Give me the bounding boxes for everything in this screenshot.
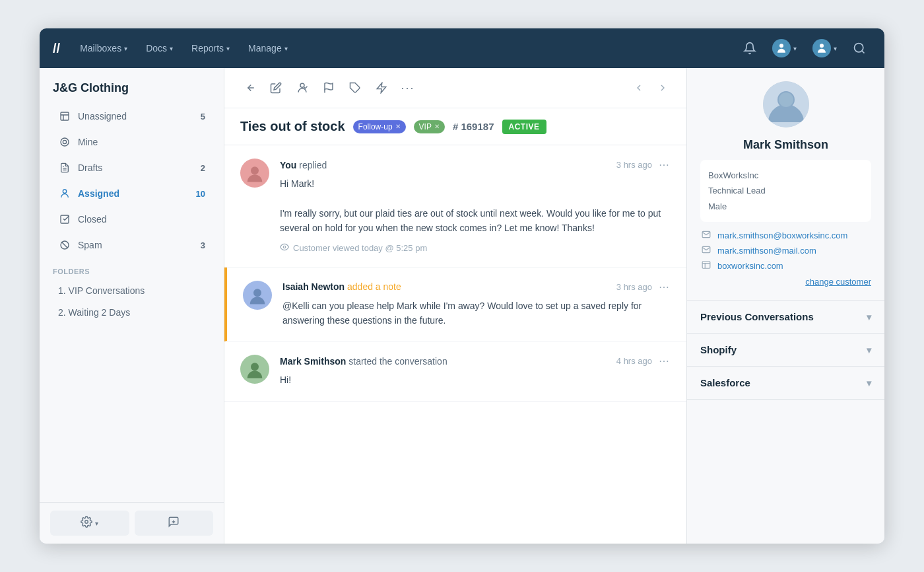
sidebar-item-assigned[interactable]: Assigned 10 [45, 181, 218, 206]
message-time: 3 hrs ago [616, 160, 652, 170]
folder-waiting-2-days[interactable]: 2. Waiting 2 Days [45, 302, 218, 323]
mailboxes-chevron-icon: ▾ [124, 45, 127, 52]
customer-contacts: mark.smithson@boxworksinc.com mark.smith… [700, 230, 871, 271]
shopify-header[interactable]: Shopify ▾ [687, 334, 884, 366]
contact-website: boxworksinc.com [700, 260, 871, 271]
svg-point-5 [61, 138, 69, 146]
svg-point-20 [251, 166, 259, 174]
conversation-status: ACTIVE [502, 120, 546, 134]
flag-button[interactable] [317, 76, 341, 100]
more-button[interactable]: ··· [396, 76, 420, 100]
settings-chevron-icon: ▾ [95, 520, 98, 527]
message-content: You replied 3 hrs ago ⋯ Hi Mark! I'm rea… [280, 159, 671, 254]
change-customer-link[interactable]: change customer [700, 277, 871, 287]
tag-followup[interactable]: Follow-up ✕ [353, 120, 406, 133]
salesforce-chevron-icon: ▾ [867, 378, 871, 388]
website-link[interactable]: boxworksinc.com [717, 261, 783, 271]
message-more-button[interactable]: ⋯ [659, 355, 671, 367]
message-action: replied [299, 160, 327, 170]
message-author: Isaiah Newton [282, 281, 345, 292]
message-content: Mark Smithson started the conversation 4… [280, 355, 671, 387]
customer-profile: Mark Smithson BoxWorksInc Technical Lead… [687, 68, 884, 301]
nav-manage[interactable]: Manage ▾ [239, 39, 297, 57]
assign-button[interactable] [290, 76, 314, 100]
user-profile-button[interactable]: ▾ [807, 36, 842, 60]
salesforce-header[interactable]: Salesforce ▾ [687, 367, 884, 399]
nav-docs[interactable]: Docs ▾ [137, 39, 182, 57]
reports-chevron-icon: ▾ [226, 45, 230, 52]
agent-avatar [772, 39, 791, 57]
previous-conversations-header[interactable]: Previous Conversations ▾ [687, 301, 884, 333]
svg-line-3 [862, 51, 865, 54]
closed-icon [58, 213, 71, 226]
svg-point-23 [251, 363, 259, 371]
sidebar-item-drafts[interactable]: Drafts 2 [45, 155, 218, 180]
message-time: 4 hrs ago [616, 356, 652, 366]
accordion-shopify: Shopify ▾ [687, 334, 884, 367]
sidebar-nav: Unassigned 5 Mine [40, 103, 224, 502]
nav-mailboxes[interactable]: Mailboxes ▾ [71, 39, 137, 57]
settings-icon [81, 516, 92, 530]
message-time: 3 hrs ago [616, 282, 652, 292]
sidebar-item-mine[interactable]: Mine [45, 129, 218, 155]
user-avatar [812, 39, 831, 57]
message-more-button[interactable]: ⋯ [659, 159, 671, 171]
message-item: You replied 3 hrs ago ⋯ Hi Mark! I'm rea… [224, 145, 686, 268]
search-button[interactable] [847, 36, 871, 60]
message-author: Mark Smithson [280, 356, 346, 367]
edit-button[interactable] [264, 76, 288, 100]
customer-photo [763, 81, 809, 127]
contact-email-primary: mark.smithson@boxworksinc.com [700, 230, 871, 241]
email-icon [700, 230, 712, 241]
email-primary-link[interactable]: mark.smithson@boxworksinc.com [717, 231, 847, 240]
message-more-button[interactable]: ⋯ [659, 281, 671, 293]
accordion-previous-conversations: Previous Conversations ▾ [687, 301, 884, 334]
sidebar-item-spam[interactable]: Spam 3 [45, 232, 218, 258]
svg-point-13 [85, 520, 88, 524]
user-chevron-icon: ▾ [834, 45, 837, 52]
nav-reports[interactable]: Reports ▾ [182, 39, 239, 57]
next-conversation-button[interactable] [652, 77, 673, 98]
messages-list: You replied 3 hrs ago ⋯ Hi Mark! I'm rea… [224, 145, 686, 544]
prev-conversation-button[interactable] [628, 77, 649, 98]
tag-vip-close-icon[interactable]: ✕ [434, 123, 440, 130]
label-button[interactable] [343, 76, 367, 100]
manage-chevron-icon: ▾ [284, 45, 288, 52]
notification-bell-button[interactable] [738, 36, 762, 60]
customer-company: BoxWorksInc [708, 168, 863, 183]
settings-button[interactable]: ▾ [50, 511, 129, 536]
spam-icon [58, 238, 71, 252]
svg-line-12 [61, 242, 67, 248]
website-icon [700, 260, 712, 271]
agent-chevron-icon: ▾ [793, 45, 797, 52]
message-footer: Customer viewed today @ 5:25 pm [280, 242, 671, 254]
tag-followup-close-icon[interactable]: ✕ [395, 123, 401, 130]
compose-button[interactable] [135, 511, 214, 536]
sidebar: J&G Clothing Unassigned 5 [40, 68, 224, 544]
nav-logo: // [53, 41, 60, 56]
conversation-area: ··· Ties out of stock Follo [224, 68, 686, 544]
conversation-title: Ties out of stock [240, 119, 345, 134]
message-action: started the conversation [348, 356, 447, 367]
agent-settings-button[interactable]: ▾ [767, 36, 802, 60]
back-button[interactable] [238, 76, 261, 100]
email-secondary-link[interactable]: mark.smithson@mail.com [717, 246, 816, 256]
folders-section-title: FOLDERS [40, 258, 224, 279]
message-item: Isaiah Newton added a note 3 hrs ago ⋯ @… [224, 268, 686, 342]
svg-point-1 [820, 44, 824, 48]
viewed-status: Customer viewed today @ 5:25 pm [293, 243, 427, 253]
folder-vip-conversations[interactable]: 1. VIP Conversations [45, 280, 218, 301]
svg-point-26 [779, 92, 793, 107]
sidebar-item-unassigned[interactable]: Unassigned 5 [45, 104, 218, 129]
drafts-icon [58, 161, 71, 174]
svg-point-6 [63, 140, 66, 143]
customer-meta: BoxWorksInc Technical Lead Male [700, 160, 871, 222]
top-nav: // Mailboxes ▾ Docs ▾ Reports ▾ Manage ▾ [40, 28, 884, 68]
svg-rect-4 [61, 112, 69, 120]
shopify-chevron-icon: ▾ [867, 345, 871, 355]
sidebar-item-closed[interactable]: Closed [45, 207, 218, 232]
action-button[interactable] [370, 76, 393, 100]
tag-vip[interactable]: VIP ✕ [414, 120, 445, 133]
svg-point-9 [63, 190, 66, 193]
sidebar-footer: ▾ [40, 502, 224, 544]
